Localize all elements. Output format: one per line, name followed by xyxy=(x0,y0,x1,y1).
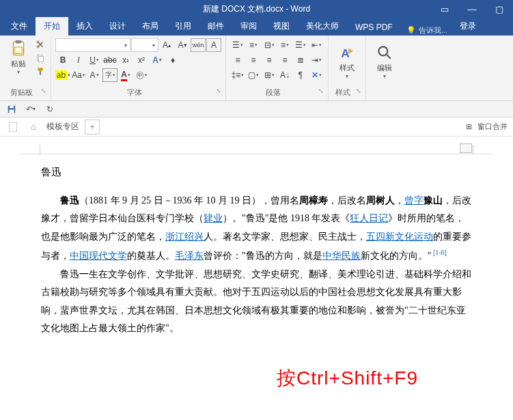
numbering-button[interactable]: ≡ xyxy=(246,38,261,52)
save-button[interactable] xyxy=(5,103,18,115)
phonetic-guide-button[interactable]: wén xyxy=(191,38,206,52)
italic-button[interactable]: I xyxy=(71,53,86,67)
link-xiandai[interactable]: 中国现代文学 xyxy=(70,251,127,261)
tab-wpspdf[interactable]: WPS PDF xyxy=(347,19,401,36)
svg-point-10 xyxy=(378,46,387,55)
svg-rect-6 xyxy=(39,57,44,62)
tell-me-search[interactable]: 💡 告诉我... xyxy=(401,25,453,36)
char-border-button[interactable]: 字 xyxy=(102,68,117,82)
highlight-button[interactable]: ab xyxy=(55,68,70,82)
scissors-icon xyxy=(36,40,45,49)
redo-button[interactable]: ↻ xyxy=(44,103,56,115)
new-doc-tab[interactable] xyxy=(5,120,20,135)
styles-launcher[interactable]: ⤡ xyxy=(356,87,361,94)
enclose-char-button[interactable]: A xyxy=(206,38,221,52)
link-mao[interactable]: 毛泽东 xyxy=(175,251,204,261)
align-l-button[interactable]: ≡ xyxy=(230,53,245,67)
dec-indent-button[interactable]: ⇤ xyxy=(309,38,324,52)
document-page: 鲁迅 鲁迅（1881 年 9 月 25 日－1936 年 10 月 19 日），… xyxy=(0,137,513,338)
tab-view[interactable]: 视图 xyxy=(265,17,298,36)
lightbulb-icon: 💡 xyxy=(406,26,416,35)
tab-references[interactable]: 引用 xyxy=(167,17,199,36)
subscript-button[interactable]: x₂ xyxy=(118,53,133,67)
shrink-font-button[interactable]: A▾ xyxy=(175,38,190,52)
window-merge-icon: ⊞ xyxy=(466,122,472,131)
tab-layout[interactable]: 布局 xyxy=(134,17,167,36)
tab-mail[interactable]: 邮件 xyxy=(199,17,232,36)
align-c-button[interactable]: ≡ xyxy=(246,53,261,67)
link-kuangren[interactable]: 狂人日记 xyxy=(350,213,388,223)
multilevel-button[interactable]: ⊟ xyxy=(262,38,277,52)
underline-button[interactable]: U xyxy=(87,53,102,67)
align-combo-button[interactable]: ☰ xyxy=(293,38,308,52)
minimize-icon[interactable]: — xyxy=(458,0,486,18)
distribute-button[interactable]: ≣ xyxy=(293,53,308,67)
paste-button[interactable]: 粘贴 ▾ xyxy=(4,38,33,75)
paragraph-launcher[interactable]: ⤡ xyxy=(318,87,324,94)
tab-beautify[interactable]: 美化大师 xyxy=(298,17,347,36)
page-corner-box xyxy=(460,143,472,153)
clipboard-launcher[interactable]: ⤡ xyxy=(41,87,46,94)
tab-home[interactable]: 开始 xyxy=(36,17,68,36)
font-color-button[interactable]: A xyxy=(118,68,133,82)
show-marks-button[interactable]: ¶ xyxy=(293,68,308,82)
login-button[interactable]: 登录 xyxy=(453,17,483,36)
bold-button[interactable]: B xyxy=(55,53,70,67)
group-font: ▾ ▾ A▴ A▾ wén A B I U abc x₂ x² A ♦ xyxy=(51,36,226,100)
link-zengzi[interactable]: 曾字 xyxy=(404,195,424,206)
font-size-combo[interactable]: ▾ xyxy=(131,38,158,52)
svg-rect-8 xyxy=(40,71,41,75)
strikethrough-button[interactable]: abc xyxy=(102,53,117,67)
borders-button[interactable]: ⊞ xyxy=(262,68,277,82)
circle-char-button[interactable]: ㊥ xyxy=(134,68,149,82)
dropdown-icon: ▾ xyxy=(383,73,386,79)
restore-icon[interactable]: ▢ xyxy=(486,0,513,18)
group-styles: A 样式 ▾ 样式⤡ xyxy=(329,36,366,100)
svg-rect-14 xyxy=(9,122,16,132)
link-zhejiang[interactable]: 浙江 xyxy=(165,232,184,242)
change-case-button[interactable]: Aa xyxy=(71,68,86,82)
inc-indent-button[interactable]: ⇥ xyxy=(309,53,324,67)
svg-rect-1 xyxy=(16,40,22,43)
add-tab-button[interactable]: + xyxy=(85,120,100,135)
link-shaoxing[interactable]: 绍兴 xyxy=(184,232,204,242)
cn-layout-button[interactable]: ✕ xyxy=(309,68,324,82)
sort-button[interactable]: A↓ xyxy=(277,68,292,82)
align-left-button[interactable]: ≡ xyxy=(277,38,292,52)
copy-icon xyxy=(36,53,45,63)
template-tab[interactable]: 模板专区 xyxy=(46,121,79,132)
tab-file[interactable]: 文件 xyxy=(3,17,36,36)
grow-font-button[interactable]: A▴ xyxy=(159,38,174,52)
font-name-combo[interactable]: ▾ xyxy=(55,38,130,52)
superscript-button[interactable]: x² xyxy=(134,53,149,67)
align-r-button[interactable]: ≡ xyxy=(262,53,277,67)
font-launcher[interactable]: ⤡ xyxy=(216,87,221,94)
document-tabs: ⌂ 模板专区 + ⊞ 窗口合并 xyxy=(0,117,513,137)
dropdown-icon: ▾ xyxy=(346,73,348,79)
document-body[interactable]: 鲁迅 鲁迅（1881 年 9 月 25 日－1936 年 10 月 19 日），… xyxy=(41,163,472,338)
char-shading-button[interactable]: A xyxy=(87,68,102,82)
shading-button[interactable]: ▢ xyxy=(246,68,261,82)
tab-insert[interactable]: 插入 xyxy=(68,17,101,36)
editing-button[interactable]: 编辑 ▾ xyxy=(370,42,399,79)
home-tab-button[interactable]: ⌂ xyxy=(26,120,41,135)
ribbon-options-icon[interactable]: ▭ xyxy=(431,0,458,18)
tab-review[interactable]: 审阅 xyxy=(232,17,265,36)
window-merge-button[interactable]: 窗口合并 xyxy=(477,122,508,132)
link-wusi[interactable]: 五四新文化运动 xyxy=(366,232,433,242)
link-zhonghua[interactable]: 中华民族 xyxy=(322,251,361,261)
format-painter-button[interactable] xyxy=(34,66,46,78)
tab-design[interactable]: 设计 xyxy=(101,17,134,36)
align-j-button[interactable]: ≡ xyxy=(277,53,292,67)
styles-label: 样式 xyxy=(335,88,350,96)
line-spacing-button[interactable]: ‡≡ xyxy=(230,68,245,82)
link-yiye[interactable]: 肄业 xyxy=(204,213,223,223)
copy-button[interactable] xyxy=(34,52,46,64)
text-effects-button[interactable]: A xyxy=(150,53,165,67)
bullets-button[interactable]: ☰ xyxy=(230,38,245,52)
clear-format-button[interactable]: ♦ xyxy=(165,53,180,67)
cut-button[interactable] xyxy=(34,38,46,51)
undo-button[interactable]: ↶ ▾ xyxy=(25,103,37,115)
styles-button[interactable]: A 样式 ▾ xyxy=(333,42,361,79)
citation-ref[interactable]: [1-6] xyxy=(431,249,447,256)
